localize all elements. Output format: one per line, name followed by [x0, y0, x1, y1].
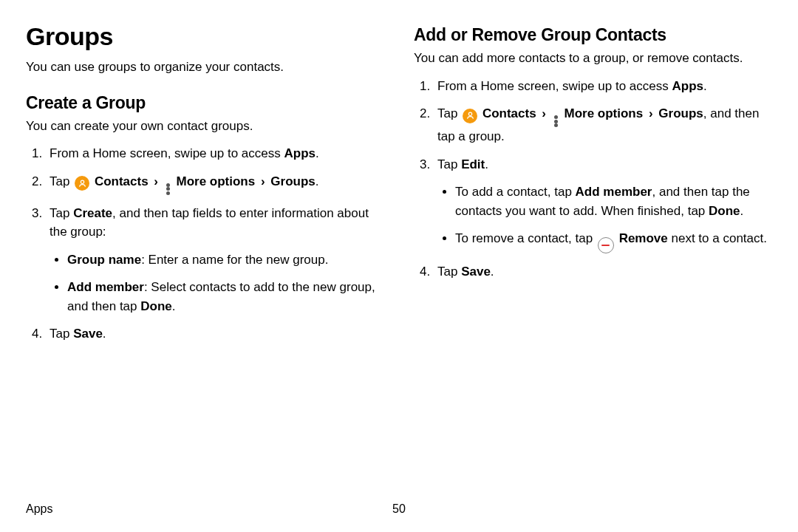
contacts-label: Contacts	[482, 106, 536, 120]
more-options-label: More options	[564, 106, 643, 120]
apps-label: Apps	[284, 146, 316, 160]
step-3-bullets: To add a contact, tap Add member, and th…	[437, 183, 772, 253]
step-1: From a Home screen, swipe up to access A…	[437, 77, 772, 96]
page-footer: Apps 50	[26, 502, 772, 516]
page-body: Groups You can use groups to organize yo…	[0, 0, 798, 352]
create-group-steps: From a Home screen, swipe up to access A…	[32, 144, 384, 344]
contacts-icon	[463, 109, 477, 123]
bullet-add-member: Add member: Select contacts to add to th…	[67, 278, 384, 316]
bullet-group-name: Group name: Enter a name for the new gro…	[67, 250, 384, 270]
chevron-icon: ›	[261, 174, 265, 188]
step-3-bullets: Group name: Enter a name for the new gro…	[50, 250, 384, 316]
step-4: Tap Save.	[50, 324, 384, 344]
add-remove-intro: You can add more contacts to a group, or…	[414, 50, 772, 68]
step-3: Tap Edit. To add a contact, tap Add memb…	[437, 155, 772, 253]
bullet-remove-contact: To remove a contact, tap Remove next to …	[455, 229, 772, 253]
more-options-label: More options	[176, 174, 255, 188]
edit-label: Edit	[461, 157, 485, 171]
save-label: Save	[73, 327, 103, 341]
step-4: Tap Save.	[437, 262, 772, 282]
more-options-icon	[166, 183, 171, 195]
step-2: Tap Contacts › More options › Groups.	[50, 172, 384, 195]
contacts-icon	[75, 176, 89, 191]
remove-label: Remove	[619, 231, 668, 245]
step-3: Tap Create, and then tap fields to enter…	[50, 204, 384, 316]
page-number: 50	[392, 502, 406, 516]
more-options-icon	[554, 115, 559, 127]
create-label: Create	[73, 206, 112, 220]
right-column: Add or Remove Group Contacts You can add…	[414, 22, 772, 352]
save-label: Save	[461, 265, 491, 279]
create-group-heading: Create a Group	[26, 93, 384, 113]
add-remove-heading: Add or Remove Group Contacts	[414, 25, 772, 45]
step-2: Tap Contacts › More options › Groups, an…	[437, 104, 772, 146]
groups-intro: You can use groups to organize your cont…	[26, 58, 384, 77]
remove-icon	[598, 237, 614, 253]
chevron-icon: ›	[154, 174, 158, 188]
bullet-add-contact: To add a contact, tap Add member, and th…	[455, 183, 772, 220]
contacts-label: Contacts	[95, 174, 149, 188]
create-group-intro: You can create your own contact groups.	[26, 117, 384, 136]
chevron-icon: ›	[542, 106, 546, 120]
chevron-icon: ›	[649, 106, 653, 120]
left-column: Groups You can use groups to organize yo…	[26, 22, 384, 352]
apps-label: Apps	[672, 79, 703, 93]
groups-label: Groups	[658, 106, 703, 120]
groups-label: Groups	[270, 174, 315, 188]
footer-section: Apps	[26, 502, 52, 516]
add-remove-steps: From a Home screen, swipe up to access A…	[420, 77, 772, 282]
step-1: From a Home screen, swipe up to access A…	[50, 144, 384, 163]
page-title: Groups	[26, 22, 384, 51]
